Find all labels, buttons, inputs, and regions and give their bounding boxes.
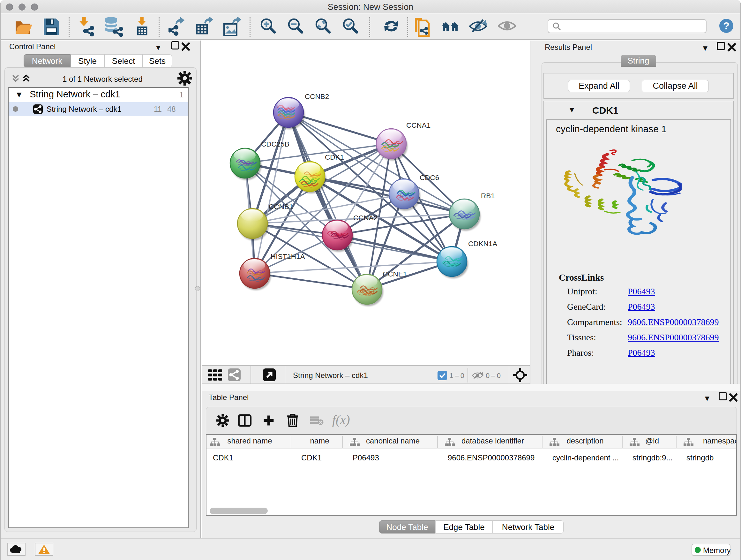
svg-text:RB1: RB1 [481,192,495,200]
svg-text:CDC6: CDC6 [420,174,439,182]
svg-text:CCNE1: CCNE1 [383,270,407,278]
svg-text:CDKN1A: CDKN1A [468,240,497,248]
svg-text:CCNA1: CCNA1 [406,121,430,129]
svg-text:CDK1: CDK1 [325,153,344,161]
svg-text:CCNB2: CCNB2 [305,92,329,101]
svg-text:CCNB1: CCNB1 [269,203,293,211]
svg-text:CCNA2: CCNA2 [353,214,378,222]
svg-text:CDC25B: CDC25B [261,140,289,148]
svg-text:HIST1H1A: HIST1H1A [271,253,305,260]
